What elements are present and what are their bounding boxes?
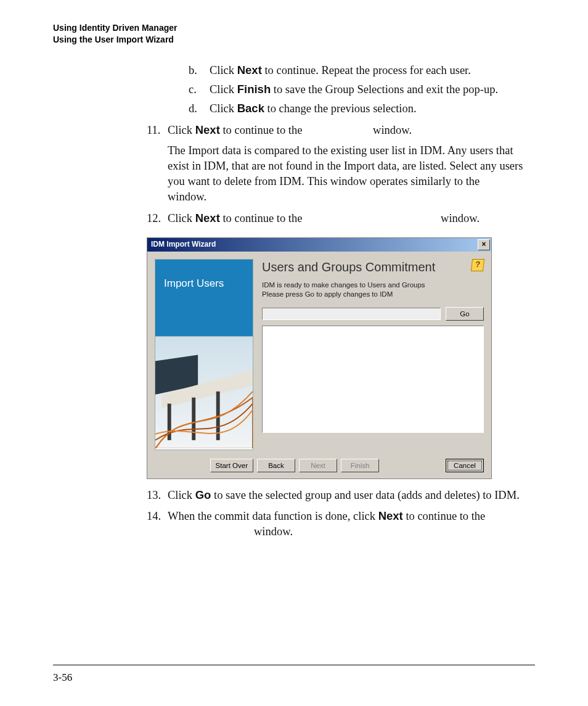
start-over-button[interactable]: Start Over <box>210 459 253 472</box>
header-line-2: Using the User Import Wizard <box>53 34 535 46</box>
footer-rule <box>53 665 535 665</box>
list-text: Click Back to change the previous select… <box>210 101 417 117</box>
list-text: Click Finish to save the Group Selection… <box>210 82 498 97</box>
page-number: 3-56 <box>53 671 72 684</box>
close-button[interactable]: × <box>478 239 490 250</box>
sidebar-title: Import Users <box>164 277 224 291</box>
go-row: Go <box>262 307 484 321</box>
window-titlebar[interactable]: IDM Import Wizard × <box>147 238 491 252</box>
sub-step-c: c. Click Finish to save the Group Select… <box>189 82 535 97</box>
sub-step-b: b. Click Next to continue. Repeat the pr… <box>189 63 535 78</box>
log-output-box[interactable] <box>262 326 484 433</box>
wizard-body: Import Users <box>147 252 491 455</box>
cancel-button[interactable]: Cancel <box>446 459 484 472</box>
list-text: When the commit data function is done, c… <box>168 509 535 540</box>
list-marker: b. <box>189 63 210 78</box>
document-page: Using Identity Driven Manager Using the … <box>0 0 588 706</box>
wizard-button-row: Start Over Back Next Finish Cancel <box>147 455 491 478</box>
wizard-step-title: Users and Groups Commitment <box>262 259 472 276</box>
wizard-description-line-2: Please press Go to apply changes to IDM <box>262 290 478 300</box>
sub-step-d: d. Click Back to change the previous sel… <box>189 101 535 117</box>
numbered-list: 11. Click Next to continue to the window… <box>168 123 535 226</box>
sub-steps-list: b. Click Next to continue. Repeat the pr… <box>189 63 535 117</box>
list-marker: 11. <box>147 123 168 205</box>
list-marker: c. <box>189 82 210 97</box>
page-content: b. Click Next to continue. Repeat the pr… <box>168 63 535 540</box>
close-icon: × <box>481 240 486 248</box>
finish-button[interactable]: Finish <box>341 459 379 472</box>
list-text: Click Next to continue. Repeat the proce… <box>210 63 471 78</box>
step-13: 13. Click Go to save the selected group … <box>168 488 535 503</box>
progress-bar <box>262 308 441 320</box>
wizard-sidebar: Import Users <box>155 259 253 450</box>
wizard-main-panel: ? Users and Groups Commitment IDM is rea… <box>262 259 484 450</box>
step-12: 12. Click Next to continue to the window… <box>168 211 535 226</box>
go-button[interactable]: Go <box>446 307 484 321</box>
wizard-description-line-1: IDM is ready to make changes to Users an… <box>262 281 478 290</box>
step-11: 11. Click Next to continue to the window… <box>168 123 535 205</box>
back-button[interactable]: Back <box>257 459 295 472</box>
list-text: Click Next to continue to the window. Th… <box>168 123 535 205</box>
list-marker: 13. <box>147 488 168 503</box>
decorative-image-icon <box>155 337 253 449</box>
sidebar-image <box>155 337 253 450</box>
list-text: Click Next to continue to the window. <box>168 211 535 226</box>
list-text: Click Go to save the selected group and … <box>168 488 535 503</box>
window-title: IDM Import Wizard <box>151 239 216 249</box>
sidebar-title-panel: Import Users <box>155 259 253 337</box>
page-header: Using Identity Driven Manager Using the … <box>53 22 535 46</box>
idm-import-wizard-window: IDM Import Wizard × Import Users <box>147 237 492 479</box>
numbered-list-cont: 13. Click Go to save the selected group … <box>168 488 535 540</box>
list-marker: d. <box>189 101 210 117</box>
help-icon[interactable]: ? <box>471 259 484 271</box>
step-14: 14. When the commit data function is don… <box>168 509 535 540</box>
svg-rect-4 <box>192 397 195 440</box>
list-marker: 14. <box>147 509 168 540</box>
list-marker: 12. <box>147 211 168 226</box>
header-line-1: Using Identity Driven Manager <box>53 22 535 34</box>
next-button[interactable]: Next <box>299 459 337 472</box>
wizard-dialog-figure: IDM Import Wizard × Import Users <box>147 237 535 479</box>
